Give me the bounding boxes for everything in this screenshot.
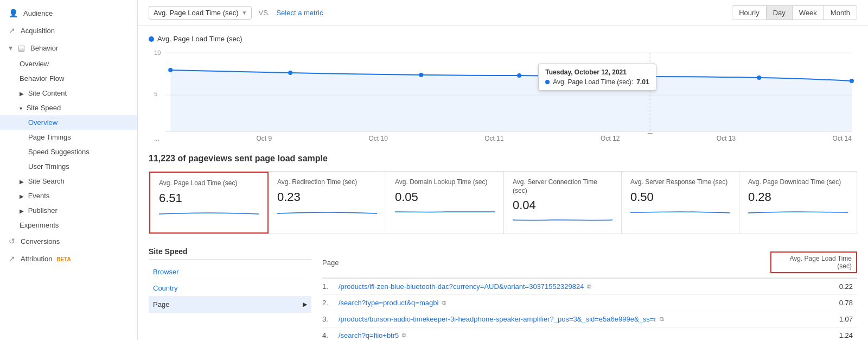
sidebar-child-user-timings[interactable]: User Timings	[0, 159, 137, 174]
svg-point-5	[168, 68, 173, 72]
sidebar-item-conversions[interactable]: ↺ Conversions	[0, 232, 137, 250]
sidebar-child-behavior-flow-label: Behavior Flow	[20, 74, 64, 83]
stats-section: 11,223 of pageviews sent page load sampl…	[138, 145, 868, 234]
row-1-url[interactable]: /products/ifi-zen-blue-bluetooth-dac?cur…	[339, 282, 584, 291]
svg-point-10	[757, 75, 761, 80]
stat-card-5: Avg. Page Download Time (sec) 0.28	[739, 172, 857, 234]
svg-point-7	[419, 73, 423, 77]
table-row: 1. /products/ifi-zen-blue-bluetooth-dac?…	[322, 279, 857, 295]
site-speed-arrow: ▾	[20, 105, 22, 111]
row-4-value: 1.24	[770, 331, 857, 339]
sidebar-item-audience[interactable]: 👤 Audience	[0, 4, 137, 22]
attribution-beta-badge: BETA	[56, 256, 71, 262]
stat-label-2: Avg. Domain Lookup Time (sec)	[395, 178, 495, 187]
x-axis: ... Oct 9 Oct 10 Oct 11 Oct 12 Oct 13 Oc…	[149, 134, 857, 143]
x-label-5: Oct 13	[717, 135, 736, 142]
row-3-value: 1.07	[770, 315, 857, 323]
stat-label-5: Avg. Page Download Time (sec)	[748, 178, 848, 187]
sidebar-child-events[interactable]: ▶ Events	[0, 188, 137, 203]
stat-value-2: 0.05	[395, 190, 495, 204]
stat-value-3: 0.04	[513, 198, 612, 212]
metric-dropdown[interactable]: Avg. Page Load Time (sec) ▼	[149, 6, 252, 20]
vs-text: VS.	[258, 9, 270, 17]
main-content: Avg. Page Load Time (sec) ▼ VS. Select a…	[138, 0, 868, 340]
x-label-1: Oct 9	[256, 135, 272, 142]
left-table-item-browser[interactable]: Browser	[149, 264, 311, 280]
tooltip-metric-value: 7.01	[636, 78, 649, 86]
sidebar-section-main: 👤 Audience ↗ Acquisition ▾ ▤ Behavior Ov…	[0, 2, 137, 269]
attribution-icon: ↗	[9, 254, 15, 263]
sidebar-label-attribution: Attribution BETA	[21, 255, 71, 263]
row-2-page: 2. /search?type=product&q=magbi ⧉	[322, 299, 770, 307]
svg-point-8	[517, 73, 521, 78]
chart-container: 10 5	[149, 47, 857, 145]
right-header-val: Avg. Page Load Time (sec)	[770, 251, 857, 273]
sidebar-child-site-search[interactable]: ▶ Site Search	[0, 174, 137, 188]
sidebar-child-site-content-label: Site Content	[28, 89, 67, 97]
right-table-header: Page Avg. Page Load Time (sec)	[322, 247, 857, 279]
row-1-page: 1. /products/ifi-zen-blue-bluetooth-dac?…	[322, 282, 770, 291]
stats-cards: Avg. Page Load Time (sec) 6.51 Avg. Redi…	[149, 171, 857, 234]
row-2-url[interactable]: /search?type=product&q=magbi	[339, 299, 438, 307]
mini-chart-4	[630, 206, 730, 217]
time-btn-day[interactable]: Day	[767, 6, 793, 20]
toolbar: Avg. Page Load Time (sec) ▼ VS. Select a…	[138, 0, 868, 26]
copy-icon-3[interactable]: ⧉	[660, 316, 664, 323]
left-table-item-country[interactable]: Country	[149, 280, 311, 297]
stat-value-0: 6.51	[159, 191, 259, 205]
stat-label-4: Avg. Server Response Time (sec)	[630, 178, 730, 187]
row-3-url[interactable]: /products/burson-audio-timekeeper-3i-hea…	[339, 315, 656, 323]
sidebar-child-publisher[interactable]: ▶ Publisher	[0, 203, 137, 218]
x-label-0: ...	[154, 135, 159, 142]
publisher-arrow: ▶	[20, 208, 24, 214]
sidebar-child-behavior-flow[interactable]: Behavior Flow	[0, 71, 137, 86]
left-table-item-page[interactable]: Page ▶	[149, 297, 311, 313]
site-content-arrow: ▶	[20, 91, 24, 97]
right-header-page: Page	[322, 259, 770, 267]
row-2-num: 2.	[322, 299, 333, 307]
conversions-icon: ↺	[9, 237, 15, 245]
row-3-page: 3. /products/burson-audio-timekeeper-3i-…	[322, 315, 770, 323]
toolbar-left: Avg. Page Load Time (sec) ▼ VS. Select a…	[149, 6, 323, 20]
sidebar-item-attribution[interactable]: ↗ Attribution BETA	[0, 250, 137, 267]
copy-icon-2[interactable]: ⧉	[442, 299, 446, 306]
dropdown-arrow-icon: ▼	[242, 10, 247, 16]
table-row: 3. /products/burson-audio-timekeeper-3i-…	[322, 311, 857, 328]
sidebar-label-acquisition: Acquisition	[21, 27, 55, 35]
sidebar-child-overview[interactable]: Overview	[0, 56, 137, 71]
left-table-title: Site Speed	[149, 247, 311, 260]
sidebar-child-experiments[interactable]: Experiments	[0, 218, 137, 232]
time-btn-week[interactable]: Week	[793, 6, 824, 20]
svg-marker-13	[647, 133, 653, 134]
row-3-num: 3.	[322, 315, 333, 323]
left-item-label-browser: Browser	[153, 268, 179, 276]
stat-card-1: Avg. Redirection Time (sec) 0.23	[269, 172, 386, 234]
select-metric-link[interactable]: Select a metric	[276, 9, 323, 17]
stat-label-0: Avg. Page Load Time (sec)	[159, 179, 259, 188]
audience-icon: 👤	[9, 9, 18, 17]
left-item-label-page: Page	[153, 300, 169, 308]
sidebar-item-acquisition[interactable]: ↗ Acquisition	[0, 22, 137, 39]
copy-icon-4[interactable]: ⧉	[402, 332, 406, 339]
sidebar-label-conversions: Conversions	[21, 237, 60, 245]
sidebar-child-site-speed[interactable]: ▾ Site Speed	[0, 100, 137, 115]
behavior-icon: ▤	[18, 43, 25, 52]
copy-icon-1[interactable]: ⧉	[587, 283, 591, 290]
sidebar-label-behavior: Behavior	[30, 44, 58, 52]
svg-text:5: 5	[154, 91, 157, 97]
sidebar-child-speed-suggestions[interactable]: Speed Suggestions	[0, 144, 137, 159]
sidebar-child-speed-overview[interactable]: Overview	[0, 115, 137, 130]
mini-chart-1	[277, 206, 377, 217]
mini-chart-5	[748, 206, 848, 217]
row-4-url[interactable]: /search?q=fiio+btr5	[339, 331, 399, 339]
row-2-value: 0.78	[770, 299, 857, 307]
x-label-4: Oct 12	[601, 135, 620, 142]
sidebar-child-page-timings[interactable]: Page Timings	[0, 130, 137, 144]
sidebar-child-site-content[interactable]: ▶ Site Content	[0, 86, 137, 100]
sidebar-item-behavior[interactable]: ▾ ▤ Behavior	[0, 39, 137, 56]
chart-svg: 10 5	[149, 47, 857, 134]
time-btn-hourly[interactable]: Hourly	[732, 6, 767, 20]
time-btn-month[interactable]: Month	[824, 6, 857, 20]
tooltip-value-row: Avg. Page Load Time (sec): 7.01	[545, 78, 649, 86]
sidebar-child-overview-label: Overview	[20, 60, 49, 68]
